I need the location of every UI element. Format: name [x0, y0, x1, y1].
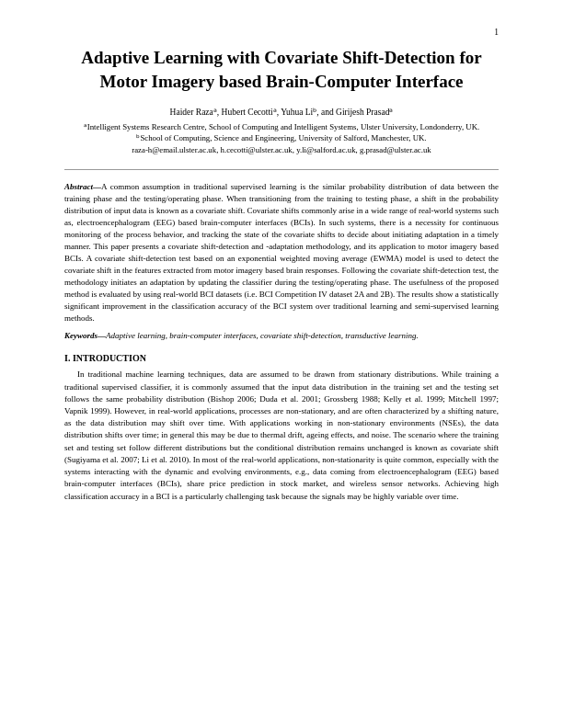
- section1-body: In traditional machine learning techniqu…: [64, 369, 499, 502]
- title-section: Adaptive Learning with Covariate Shift-D…: [64, 46, 499, 156]
- abstract-text: A common assumption in traditional super…: [64, 182, 499, 324]
- affiliation-1: ᵃIntelligent Systems Research Centre, Sc…: [64, 121, 499, 133]
- authors-section: Haider Razaᵃ, Hubert Cecottiᵃ, Yuhua Liᵇ…: [64, 106, 499, 156]
- author-emails: raza-h@email.ulster.ac.uk, h.cecotti@uls…: [64, 144, 499, 156]
- author-names: Haider Razaᵃ, Hubert Cecottiᵃ, Yuhua Liᵇ…: [64, 106, 499, 119]
- keywords-section: Keywords—Adaptive learning, brain-comput…: [64, 330, 499, 342]
- paper-title: Adaptive Learning with Covariate Shift-D…: [64, 46, 499, 93]
- section1-text: In traditional machine learning techniqu…: [64, 370, 499, 500]
- keywords-label: Keywords—: [64, 331, 106, 340]
- page-number: 1: [494, 28, 499, 37]
- section1-heading: I. Introduction: [64, 353, 499, 363]
- abstract-label: Abstract—: [64, 182, 101, 191]
- affiliation-2: ᵇSchool of Computing, Science and Engine…: [64, 132, 499, 144]
- keywords-text: Adaptive learning, brain-computer interf…: [106, 331, 419, 340]
- divider: [64, 169, 499, 170]
- page: 1 Adaptive Learning with Covariate Shift…: [0, 0, 563, 728]
- abstract-section: Abstract—A common assumption in traditio…: [64, 181, 499, 325]
